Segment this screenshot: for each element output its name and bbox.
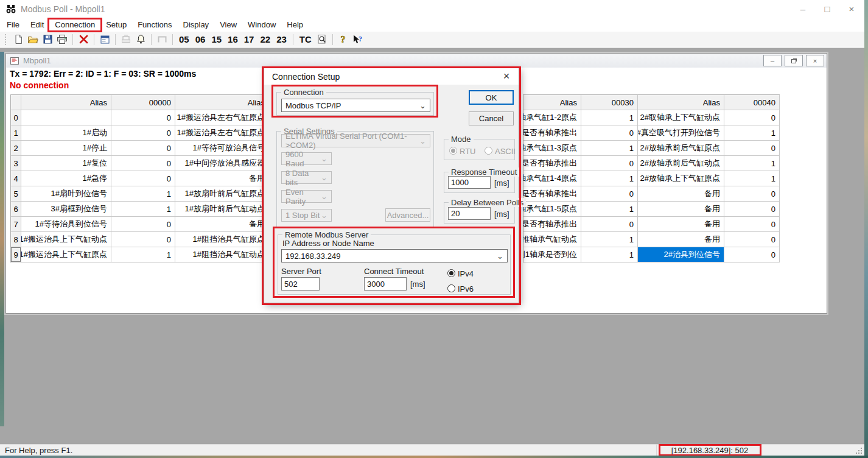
grid-cell[interactable]: 1 [581,232,638,247]
grid-cell[interactable]: 0 [724,202,780,217]
disconnect-icon[interactable] [76,33,91,46]
grid-cell[interactable]: 2#取轴承上下气缸动点 [638,110,724,125]
response-timeout-input[interactable] [448,176,491,189]
grid-cell[interactable]: 0 [724,232,780,247]
grid-cell[interactable]: 备用 [638,186,724,202]
dialog-title-bar[interactable]: Connection Setup × [264,68,519,85]
row-header[interactable]: 7 [11,217,21,232]
display-setup-icon[interactable] [97,33,112,46]
grid-cell[interactable]: 0 [724,141,780,156]
grid-cell[interactable]: 1 [581,171,638,186]
doc-minimize-button[interactable]: – [763,55,782,66]
grid-cell[interactable]: 1 [111,247,175,262]
document-title-bar[interactable]: Mbpoll1 – × [6,54,827,68]
menu-item-view[interactable]: View [214,18,242,32]
open-file-icon[interactable] [26,33,40,46]
grid-cell[interactable]: 1#扇叶到位信号 [21,186,111,202]
grid-cell[interactable]: 1 [111,186,175,202]
toolbar-button-06[interactable]: 06 [192,34,209,44]
delay-input[interactable] [448,207,491,220]
grid-cell[interactable]: 备用 [638,202,724,217]
grid-cell[interactable]: 1#阻挡治具气缸原点 [175,232,269,247]
doc-restore-button[interactable] [785,55,803,66]
grid-cell[interactable]: 1#搬运治具上下气缸动点 [21,232,111,247]
toolbar-button-22[interactable]: 22 [257,34,273,44]
resize-grip[interactable] [856,448,862,454]
grid-cell[interactable]: 1 [581,202,638,217]
grid-cell[interactable]: 0 [111,141,175,156]
grid-cell[interactable]: 0 [581,125,638,141]
test-center-icon[interactable] [315,33,329,46]
toolbar-button-tc[interactable]: TC [296,34,315,44]
connection-type-select[interactable]: Modbus TCP/IP ⌄ [281,99,430,112]
grid-cell[interactable]: 2#真空吸气打开到位信号 [638,125,724,141]
save-icon[interactable] [40,33,55,46]
grid-cell[interactable]: 检测1轴承是否到位 [523,247,581,262]
grid-cell[interactable]: 1 [724,125,780,141]
grid-cell[interactable]: 0 [111,171,175,186]
grid-cell[interactable]: 备用 [175,171,269,186]
maximize-button[interactable]: □ [817,0,838,18]
ok-button[interactable]: OK [469,90,514,105]
toolbar-button-17[interactable]: 17 [241,34,257,44]
grid-cell[interactable]: 检测是否有轴承推出 [523,156,581,171]
grid-cell[interactable]: 0 [724,247,780,262]
menu-item-edit[interactable]: Edit [25,18,49,32]
grid-cell[interactable] [21,110,111,125]
grid-cell[interactable]: 1 [581,110,638,125]
row-header[interactable]: 5 [11,186,21,202]
row-header[interactable]: 6 [11,202,21,217]
ipv4-radio[interactable] [447,269,455,277]
new-file-icon[interactable] [11,33,26,46]
close-button[interactable]: × [841,0,862,18]
print-icon[interactable] [55,33,69,46]
row-header[interactable]: 4 [11,171,21,186]
grid-cell[interactable]: 0 [581,156,638,171]
grid-cell[interactable]: 1 [581,141,638,156]
grid-cell[interactable]: 0 [111,156,175,171]
grid-cell[interactable]: 1#阻挡治具气缸动点 [175,247,269,262]
grid-cell[interactable]: 1#复位 [21,156,111,171]
menu-item-display[interactable]: Display [178,18,215,32]
doc-close-button[interactable]: × [806,55,824,66]
grid-cell[interactable]: 0 [111,110,175,125]
grid-cell[interactable]: 1#放扇叶前后气缸原点 [175,186,269,202]
menu-item-setup[interactable]: Setup [100,18,132,32]
grid-cell[interactable]: 备用 [638,217,724,232]
row-header[interactable]: 8 [11,232,21,247]
grid-cell[interactable]: 1 [581,247,638,262]
grid-cell[interactable]: 1#启动 [21,125,111,141]
row-header[interactable]: 1 [11,125,21,141]
ipv6-radio[interactable] [447,284,455,292]
grid-cell[interactable]: 0 [724,186,780,202]
grid-cell[interactable]: 3#扇框到位信号 [21,202,111,217]
grid-cell[interactable]: 备用 [638,232,724,247]
grid-cell[interactable]: 1#停止 [21,141,111,156]
ip-address-select[interactable]: 192.168.33.249 ⌄ [281,249,508,262]
server-port-input[interactable] [281,277,320,291]
grid-cell[interactable]: 1#搬运治具左右气缸原点 [175,110,269,125]
grid-cell[interactable]: 1#放扇叶前后气缸动点 [175,202,269,217]
grid-cell[interactable]: 推轴承气缸1-2原点 [523,110,581,125]
grid-cell[interactable]: 0 [724,217,780,232]
grid-cell[interactable]: 1#搬运治具上下气缸原点 [21,247,111,262]
grid-cell[interactable]: 1#急停 [21,171,111,186]
menu-item-window[interactable]: Window [242,18,281,32]
grid-cell[interactable]: 推轴承气缸1-5原点 [523,202,581,217]
grid-cell[interactable]: 2#放轴承前后气缸原点 [638,141,724,156]
grid-cell[interactable]: 1 [724,156,780,171]
context-help-icon[interactable]: ? [351,33,365,46]
alarm-bell-icon[interactable] [133,33,148,46]
row-header[interactable]: 0 [11,110,21,125]
grid-cell[interactable]: 1 [724,171,780,186]
connect-timeout-input[interactable] [364,277,407,291]
row-header[interactable]: 3 [11,156,21,171]
grid-cell[interactable]: 0 [111,232,175,247]
row-header[interactable]: 2 [11,141,21,156]
help-icon[interactable]: ? [336,33,351,46]
menu-item-help[interactable]: Help [281,18,309,32]
grid-cell[interactable]: 2#放轴承前后气缸动点 [638,156,724,171]
menu-item-functions[interactable]: Functions [132,18,177,32]
cancel-button[interactable]: Cancel [469,111,514,125]
grid-cell[interactable]: 0 [724,110,780,125]
